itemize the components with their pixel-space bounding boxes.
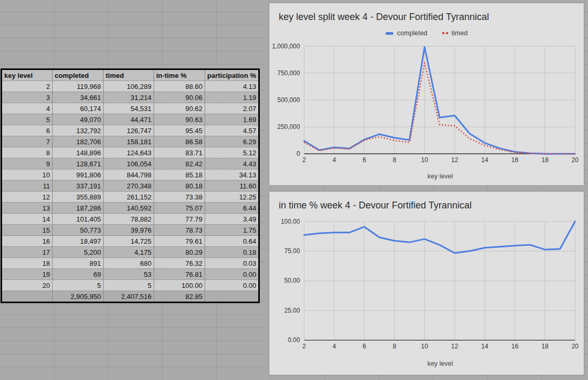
- table-cell[interactable]: 19: [2, 269, 53, 280]
- table-cell[interactable]: 132,792: [53, 125, 104, 136]
- table-cell[interactable]: 90.62: [154, 103, 205, 114]
- table-cell[interactable]: 5: [2, 114, 53, 125]
- table-cell[interactable]: 14: [2, 214, 53, 225]
- table-cell[interactable]: 106,289: [104, 81, 154, 92]
- table-cell[interactable]: 78.73: [154, 225, 205, 236]
- column-header[interactable]: timed: [104, 69, 154, 81]
- table-cell[interactable]: 6.44: [205, 203, 259, 214]
- table-cell[interactable]: 2,407,516: [104, 291, 154, 303]
- table-cell[interactable]: 49,070: [53, 114, 104, 125]
- table-cell[interactable]: 11: [2, 181, 53, 192]
- table-cell[interactable]: 83.71: [154, 147, 205, 158]
- table-cell[interactable]: 77.79: [154, 214, 205, 225]
- table-cell[interactable]: 0.00: [205, 269, 259, 280]
- table-cell[interactable]: 34.13: [205, 169, 259, 181]
- table-cell[interactable]: 8: [2, 147, 53, 158]
- table-cell[interactable]: 7: [2, 136, 53, 147]
- table-cell[interactable]: 86.58: [154, 136, 205, 147]
- table-cell[interactable]: 128,671: [53, 158, 104, 169]
- table-cell[interactable]: 5,200: [53, 247, 104, 258]
- table-cell[interactable]: 39,976: [104, 225, 154, 236]
- table-cell[interactable]: 337,191: [53, 181, 104, 192]
- table-cell[interactable]: 0.00: [205, 280, 259, 291]
- table-cell[interactable]: 90.63: [154, 114, 205, 125]
- table-cell[interactable]: 148,896: [53, 147, 104, 158]
- table-cell[interactable]: 78,882: [104, 214, 154, 225]
- table-cell[interactable]: 85.18: [154, 169, 205, 181]
- table-cell[interactable]: 4,175: [104, 247, 154, 258]
- table-cell[interactable]: 844,798: [104, 169, 154, 181]
- table-cell[interactable]: 680: [104, 258, 154, 269]
- table-cell[interactable]: 76.81: [154, 269, 205, 280]
- table-cell[interactable]: 53: [104, 269, 154, 280]
- table-cell[interactable]: 140,592: [104, 203, 154, 214]
- column-header[interactable]: in-time %: [154, 69, 205, 81]
- table-cell[interactable]: 82.85: [154, 291, 205, 303]
- table-cell[interactable]: 5: [53, 280, 104, 291]
- table-cell[interactable]: 4.43: [205, 158, 259, 169]
- table-cell[interactable]: 44,471: [104, 114, 154, 125]
- table-cell[interactable]: 6: [2, 125, 53, 136]
- table-cell[interactable]: 1.19: [205, 92, 259, 103]
- table-cell[interactable]: 3: [2, 92, 53, 103]
- table-cell[interactable]: [205, 291, 259, 303]
- table-cell[interactable]: 4.13: [205, 81, 259, 92]
- table-cell[interactable]: 95.45: [154, 125, 205, 136]
- table-cell[interactable]: 0.03: [205, 258, 259, 269]
- table-cell[interactable]: 0.64: [205, 236, 259, 247]
- chart-in-time-pct[interactable]: 24681012141618200.0025.0050.0075.00100.0…: [269, 191, 584, 375]
- table-cell[interactable]: 12.25: [205, 192, 259, 203]
- table-cell[interactable]: 69: [53, 269, 104, 280]
- table-cell[interactable]: 101,405: [53, 214, 104, 225]
- table-cell[interactable]: 2: [2, 81, 53, 92]
- table-cell[interactable]: 187,286: [53, 203, 104, 214]
- table-cell[interactable]: 12: [2, 192, 53, 203]
- table-cell[interactable]: 75.07: [154, 203, 205, 214]
- column-header[interactable]: key level: [2, 69, 53, 81]
- table-cell[interactable]: 76.32: [154, 258, 205, 269]
- column-header[interactable]: completed: [53, 69, 104, 81]
- table-cell[interactable]: 10: [2, 169, 53, 181]
- table-cell[interactable]: 54,531: [104, 103, 154, 114]
- table-cell[interactable]: 270,348: [104, 181, 154, 192]
- table-cell[interactable]: 88.60: [154, 81, 205, 92]
- table-cell[interactable]: 126,747: [104, 125, 154, 136]
- table-cell[interactable]: 261,152: [104, 192, 154, 203]
- table-cell[interactable]: 158,181: [104, 136, 154, 147]
- table-cell[interactable]: 17: [2, 247, 53, 258]
- table-cell[interactable]: 82.42: [154, 158, 205, 169]
- table-cell[interactable]: 106,054: [104, 158, 154, 169]
- table-cell[interactable]: 4.57: [205, 125, 259, 136]
- chart-key-level-split[interactable]: 24681012141618200250,000500,000750,0001,…: [269, 3, 584, 186]
- table-cell[interactable]: 1.75: [205, 225, 259, 236]
- table-cell[interactable]: 355,889: [53, 192, 104, 203]
- table-cell[interactable]: [2, 291, 53, 303]
- table-cell[interactable]: 16: [2, 236, 53, 247]
- table-cell[interactable]: 11.60: [205, 181, 259, 192]
- table-cell[interactable]: 13: [2, 203, 53, 214]
- table-cell[interactable]: 2,905,950: [53, 291, 104, 303]
- table-cell[interactable]: 18: [2, 258, 53, 269]
- table-cell[interactable]: 5: [104, 280, 154, 291]
- table-cell[interactable]: 60,174: [53, 103, 104, 114]
- table-cell[interactable]: 991,806: [53, 169, 104, 181]
- column-header[interactable]: participation %: [205, 69, 259, 81]
- table-cell[interactable]: 50,773: [53, 225, 104, 236]
- table-cell[interactable]: 80.18: [154, 181, 205, 192]
- table-cell[interactable]: 100.00: [154, 280, 205, 291]
- table-cell[interactable]: 20: [2, 280, 53, 291]
- table-cell[interactable]: 182,706: [53, 136, 104, 147]
- table-cell[interactable]: 5.12: [205, 147, 259, 158]
- table-cell[interactable]: 3.49: [205, 214, 259, 225]
- table-cell[interactable]: 34,661: [53, 92, 104, 103]
- table-cell[interactable]: 14,725: [104, 236, 154, 247]
- table-cell[interactable]: 1.69: [205, 114, 259, 125]
- table-cell[interactable]: 9: [2, 158, 53, 169]
- table-cell[interactable]: 0.18: [205, 247, 259, 258]
- table-cell[interactable]: 124,643: [104, 147, 154, 158]
- table-cell[interactable]: 31,214: [104, 92, 154, 103]
- table-cell[interactable]: 6.29: [205, 136, 259, 147]
- table-cell[interactable]: 2.07: [205, 103, 259, 114]
- table-cell[interactable]: 891: [53, 258, 104, 269]
- table-cell[interactable]: 18,497: [53, 236, 104, 247]
